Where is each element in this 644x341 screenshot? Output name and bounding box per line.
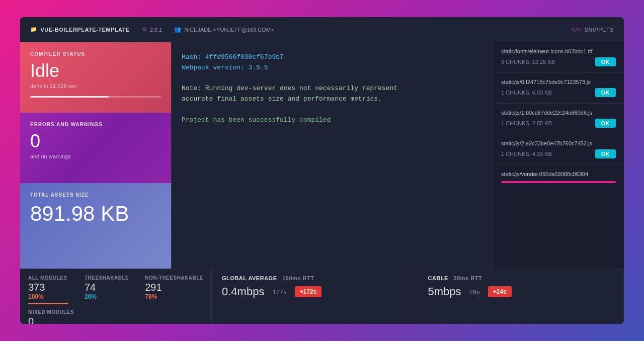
- chunk-item: static/js/2.e2c33be0e47b760c7452.js 1 CH…: [493, 134, 624, 165]
- global-avg-row: 0.4mbps 177s +172s: [222, 285, 408, 298]
- compiler-status-label: COMPILER STATUS: [30, 51, 161, 57]
- output-note-line2: accurate final assets size and performan…: [182, 94, 482, 105]
- cable-card: CABLE 28ms RTT 5mbps 29s +24s: [418, 269, 624, 324]
- header-right[interactable]: </> SNIPPETS: [571, 26, 614, 33]
- all-modules-count: 373: [28, 282, 68, 293]
- errors-warnings-count: 0: [30, 131, 161, 151]
- total-assets-value: 891.98 KB: [30, 202, 161, 226]
- chunk-progress: [501, 181, 616, 183]
- chunk-filename: static/fonts/element-icons.b02bdc1.ttf: [501, 48, 616, 54]
- header-project: 📁 VUE-BOILERPLATE-TEMPLATE: [30, 26, 130, 33]
- all-modules-group: ALL MODULES 373 100%: [28, 275, 68, 304]
- chunk-ok-button[interactable]: OK: [595, 119, 616, 128]
- folder-icon: 📁: [30, 26, 38, 33]
- user-label: NICEJADE <YUNJEFF@163.COM>: [184, 27, 274, 33]
- global-avg-rtt: 160ms RTT: [282, 275, 314, 281]
- chunk-filename: static/js/1.b0ca87dde22c24a660d6.js: [501, 110, 616, 116]
- header-user: 👥 NICEJADE <YUNJEFF@163.COM>: [174, 26, 274, 33]
- chunk-item: static/fonts/element-icons.b02bdc1.ttf 0…: [493, 42, 624, 73]
- non-treeshakable-pct: 78%: [145, 293, 203, 300]
- errors-warnings-card: ERRORS AND WARNINGS 0 and no warnings: [20, 113, 171, 183]
- mixed-modules-count: 0: [28, 316, 203, 324]
- cable-row: 5mbps 29s +24s: [428, 285, 614, 298]
- chunk-item: static/js/1.b0ca87dde22c24a660d6.js 1 CH…: [493, 104, 624, 134]
- chunk-item-partial: static/js/vendor.060da59088c06304: [493, 165, 624, 189]
- all-modules-label: ALL MODULES: [28, 275, 68, 281]
- mixed-modules-label: MIXED MODULES: [28, 309, 203, 315]
- header-version: ⚙ 2.0.1: [142, 26, 162, 33]
- chunk-meta: 1 CHUNKS, 6.03 KB: [501, 90, 552, 96]
- output-note-line1: Note: Running dev-server does not necess…: [182, 83, 482, 94]
- snippets-label[interactable]: SNIPPETS: [585, 27, 614, 33]
- total-assets-card: TOTAL ASSETS SIZE 891.98 KB: [20, 183, 171, 269]
- output-webpack-line: Webpack version: 3.5.5: [182, 63, 482, 73]
- version-label: 2.0.1: [150, 27, 162, 33]
- non-treeshakable-count: 291: [145, 282, 203, 293]
- user-icon: 👥: [174, 26, 181, 33]
- snippets-icon: </>: [571, 26, 581, 33]
- version-icon: ⚙: [142, 26, 147, 33]
- total-assets-label: TOTAL ASSETS SIZE: [30, 192, 161, 198]
- bottom-modules: ALL MODULES 373 100% TREESHAKABLE 74 20%…: [20, 269, 212, 324]
- chunk-filename: static/js/vendor.060da59088c06304: [501, 171, 616, 177]
- treeshakable-label: TREESHAKABLE: [85, 275, 129, 281]
- global-avg-time: 177s: [272, 288, 286, 296]
- chunk-row: 0 CHUNKS, 13.25 KB OK: [501, 57, 616, 66]
- chunk-meta: 1 CHUNKS, 4.33 KB: [501, 151, 552, 157]
- compiler-status-card: COMPILER STATUS Idle done in 21.526 sec: [20, 42, 171, 113]
- mixed-modules-group: MIXED MODULES 0: [28, 309, 203, 324]
- output-success-line: Project has been successfully compiled: [182, 115, 482, 126]
- non-treeshakable-label: NON-TREESHAKABLE: [145, 275, 203, 281]
- app-window: 📁 VUE-BOILERPLATE-TEMPLATE ⚙ 2.0.1 👥 NIC…: [20, 17, 624, 324]
- chunk-ok-button[interactable]: OK: [595, 57, 616, 66]
- errors-warnings-label: ERRORS AND WARNINGS: [30, 122, 161, 127]
- cable-label: CABLE 28ms RTT: [428, 275, 614, 281]
- main-content: COMPILER STATUS Idle done in 21.526 sec …: [20, 42, 624, 269]
- treeshakable-pct: 20%: [85, 293, 129, 300]
- chunk-ok-button[interactable]: OK: [595, 88, 616, 97]
- global-avg-label: GLOBAL AVERAGE 160ms RTT: [222, 275, 408, 281]
- global-avg-delta-button[interactable]: +172s: [295, 286, 322, 297]
- compiler-status-sub: done in 21.526 sec: [30, 83, 161, 89]
- project-name: VUE-BOILERPLATE-TEMPLATE: [41, 27, 130, 33]
- global-avg-speed: 0.4mbps: [222, 285, 264, 298]
- chunk-row: 1 CHUNKS, 4.33 KB OK: [501, 149, 616, 158]
- treeshakable-count: 74: [85, 282, 129, 293]
- chunk-filename: static/js/2.e2c33be0e47b760c7452.js: [501, 140, 616, 146]
- chunk-filename: static/js/0.f24718c7bde9c7123573.js: [501, 79, 616, 85]
- chunks-panel: static/fonts/element-icons.b02bdc1.ttf 0…: [493, 42, 624, 269]
- global-avg-card: GLOBAL AVERAGE 160ms RTT 0.4mbps 177s +1…: [212, 269, 418, 324]
- chunk-item: static/js/0.f24718c7bde9c7123573.js 1 CH…: [493, 73, 624, 104]
- errors-warnings-sub: and no warnings: [30, 153, 161, 159]
- chunk-meta: 1 CHUNKS, 2.85 KB: [501, 120, 552, 126]
- cable-rtt: 28ms RTT: [454, 275, 482, 281]
- chunk-meta: 0 CHUNKS, 13.25 KB: [501, 59, 555, 65]
- module-stats: ALL MODULES 373 100% TREESHAKABLE 74 20%…: [28, 275, 203, 304]
- chunk-row: 1 CHUNKS, 6.03 KB OK: [501, 88, 616, 97]
- header-left: 📁 VUE-BOILERPLATE-TEMPLATE ⚙ 2.0.1 👥 NIC…: [30, 26, 274, 33]
- bottom-bar: ALL MODULES 373 100% TREESHAKABLE 74 20%…: [20, 269, 624, 324]
- cable-time: 29s: [469, 288, 480, 296]
- all-modules-pct: 100%: [28, 293, 68, 300]
- non-treeshakable-group: NON-TREESHAKABLE 291 78%: [145, 275, 203, 304]
- network-section: GLOBAL AVERAGE 160ms RTT 0.4mbps 177s +1…: [212, 269, 624, 324]
- compiler-output: Hash: 4ffd9566f030cf67b9b7 Webpack versi…: [171, 42, 493, 269]
- output-hash-line: Hash: 4ffd9566f030cf67b9b7: [182, 52, 482, 63]
- treeshakable-group: TREESHAKABLE 74 20%: [85, 275, 129, 304]
- compiler-status-value: Idle: [30, 61, 161, 81]
- compiler-progress-bar: [30, 96, 161, 98]
- cable-speed: 5mbps: [428, 285, 461, 298]
- cable-delta-button[interactable]: +24s: [488, 286, 512, 297]
- chunk-ok-button[interactable]: OK: [595, 149, 616, 158]
- compiler-progress-fill: [30, 96, 109, 98]
- header: 📁 VUE-BOILERPLATE-TEMPLATE ⚙ 2.0.1 👥 NIC…: [20, 17, 624, 42]
- chunk-row: 1 CHUNKS, 2.85 KB OK: [501, 119, 616, 128]
- left-panel: COMPILER STATUS Idle done in 21.526 sec …: [20, 42, 171, 269]
- all-modules-progress: [28, 303, 68, 304]
